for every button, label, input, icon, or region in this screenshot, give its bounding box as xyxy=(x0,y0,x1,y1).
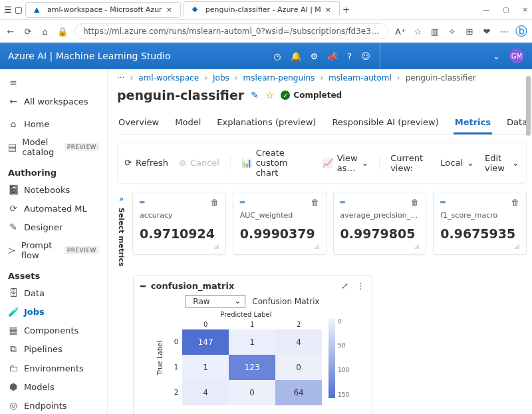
bell-icon[interactable]: 🔔 xyxy=(291,51,301,61)
column-header: 0 xyxy=(182,319,229,329)
colorbar-tick: 0 xyxy=(338,318,349,325)
drag-handle-icon[interactable]: ═ xyxy=(440,198,444,207)
drag-handle-icon[interactable]: ═ xyxy=(140,281,146,291)
close-tab-icon[interactable]: × xyxy=(166,5,172,14)
colorbar-tick: 100 xyxy=(338,367,349,373)
refresh-icon: ⟳ xyxy=(124,158,132,168)
sidebar-item-label: Notebooks xyxy=(24,185,70,195)
chevron-down-icon[interactable]: ⌄ xyxy=(493,51,500,61)
smiley-icon[interactable]: ☺ xyxy=(361,51,370,61)
resize-handle[interactable] xyxy=(414,244,419,249)
sidebar-endpoints[interactable]: ◎Endpoints xyxy=(3,396,104,414)
trash-icon[interactable]: 🗑 xyxy=(411,198,419,207)
current-view-dropdown[interactable]: Local ⌄ xyxy=(440,158,474,168)
home-icon[interactable]: ⌂ xyxy=(40,26,51,37)
sidebar-item-label: Prompt flow xyxy=(21,240,57,260)
matrix-cell: 4 xyxy=(182,380,229,405)
metric-card[interactable]: ═🗑AUC_weighted0.9990379 xyxy=(233,192,327,255)
breadcrumb-overflow[interactable]: ··· xyxy=(117,73,124,83)
breadcrumb-link[interactable]: mslearn-penguins xyxy=(243,73,315,83)
profile-icon[interactable]: ☰ xyxy=(4,5,12,15)
trash-icon[interactable]: 🗑 xyxy=(511,198,519,207)
sidebar-environments[interactable]: 🗀Environments xyxy=(3,359,104,377)
chart-mode-select[interactable]: Raw xyxy=(186,295,245,308)
select-metrics-panel-toggle[interactable]: » Select metrics xyxy=(117,192,126,267)
sidebar-group-authoring: Authoring xyxy=(3,161,104,180)
drag-handle-icon[interactable]: ═ xyxy=(140,198,144,207)
edit-view-dropdown[interactable]: Edit view ⌄ xyxy=(485,153,519,173)
back-icon[interactable]: ← xyxy=(5,26,16,37)
sidebar-automated-ml[interactable]: ⟳Automated ML xyxy=(3,199,104,218)
metric-value: 0.9675935 xyxy=(440,226,519,241)
avatar[interactable]: GM xyxy=(509,49,524,63)
breadcrumb-link[interactable]: mslearn-automl xyxy=(329,73,392,83)
row-header: 2 xyxy=(170,380,182,405)
tab-metrics[interactable]: Metrics xyxy=(454,112,492,134)
metric-card[interactable]: ═🗑f1_score_macro0.9675935 xyxy=(433,192,527,255)
sidebar-components[interactable]: ▦Components xyxy=(3,321,104,339)
tab-responsible-ai[interactable]: Responsible AI (preview) xyxy=(331,112,440,134)
trash-icon[interactable]: 🗑 xyxy=(311,198,319,207)
sidebar-home[interactable]: ⌂Home xyxy=(3,114,104,133)
view-as-button[interactable]: 📈View as… ⌄ xyxy=(323,153,369,173)
star-icon[interactable]: ☆ xyxy=(265,89,274,101)
tab-overview[interactable]: Overview xyxy=(117,112,160,134)
expand-icon[interactable]: ⤢ xyxy=(341,281,348,291)
drag-handle-icon[interactable]: ═ xyxy=(240,198,244,207)
metric-name: average_precision_sco… xyxy=(340,211,420,220)
create-chart-button[interactable]: 📊Create custom chart xyxy=(241,148,312,178)
metric-card[interactable]: ═🗑average_precision_sco…0.9979805 xyxy=(333,192,427,255)
resize-handle[interactable] xyxy=(514,244,519,249)
y-axis-label: True Label xyxy=(156,341,164,375)
resize-handle[interactable] xyxy=(213,244,219,249)
azure-brandbar: Azure AI | Machine Learning Studio ◷ 🔔 ⚙… xyxy=(0,43,532,69)
content-scrollbar[interactable] xyxy=(524,69,531,414)
metric-value: 0.9710924 xyxy=(140,226,219,241)
drag-handle-icon[interactable]: ═ xyxy=(340,198,344,207)
page-title-row: penguin-classifier ✎ ☆ ✓ Completed xyxy=(117,88,527,103)
status-badge: ✓ Completed xyxy=(281,91,342,100)
toolbar-divider xyxy=(230,156,231,170)
gear-icon[interactable]: ⚙ xyxy=(311,51,319,61)
resize-handle[interactable] xyxy=(314,244,319,249)
sidebar-prompt-flow[interactable]: ≻Prompt flowPREVIEW xyxy=(3,236,104,264)
hamburger-toggle[interactable]: ≡ xyxy=(3,73,104,92)
colorbar xyxy=(329,318,335,398)
refresh-button[interactable]: ⟳Refresh xyxy=(124,158,168,168)
cancel-button[interactable]: ⊘Cancel xyxy=(179,158,219,168)
edit-icon[interactable]: ✎ xyxy=(251,90,259,101)
trash-icon[interactable]: 🗑 xyxy=(211,198,219,207)
clock-icon[interactable]: ◷ xyxy=(273,51,281,61)
refresh-icon[interactable]: ⟳ xyxy=(23,26,33,37)
sidebar-model-catalog[interactable]: ▤Model catalogPREVIEW xyxy=(3,133,104,161)
breadcrumb-link[interactable]: Jobs xyxy=(213,73,229,83)
metric-card[interactable]: ═🗑accuracy0.9710924 xyxy=(132,192,226,255)
feedback-icon[interactable]: 📣 xyxy=(327,51,338,61)
line-chart-icon: 📈 xyxy=(323,158,333,168)
sidebar-models[interactable]: ⬢Models xyxy=(3,377,104,396)
sidebar-notebooks[interactable]: 📓Notebooks xyxy=(3,180,104,199)
sidebar-item-label: Designer xyxy=(24,222,63,232)
breadcrumb-current: penguin-classifier xyxy=(406,73,476,83)
chevron-down-icon: ⌄ xyxy=(467,158,474,168)
sidebar-data[interactable]: 🗄Data xyxy=(3,284,104,302)
column-header: 1 xyxy=(229,319,275,329)
status-text: Completed xyxy=(293,91,342,100)
tab-model[interactable]: Model xyxy=(174,112,202,134)
copilot-icon[interactable]: ▢ xyxy=(15,5,23,15)
tab-explanations[interactable]: Explanations (preview) xyxy=(215,112,317,134)
sidebar-item-label: Model catalog xyxy=(22,137,57,157)
chevron-down-icon: ⌄ xyxy=(362,158,369,168)
chevron-down-icon: ⌄ xyxy=(512,158,519,168)
chevron-double-right-icon: » xyxy=(119,194,124,204)
more-icon[interactable]: ⋮ xyxy=(356,281,365,291)
sidebar-all-workspaces[interactable]: ←All workspaces xyxy=(3,92,104,110)
breadcrumb-link[interactable]: aml-workspace xyxy=(138,73,199,83)
chart-icon: 📊 xyxy=(241,158,252,168)
confusion-matrix-table: 012 01471411123024064 xyxy=(170,319,322,405)
help-icon[interactable]: ? xyxy=(347,51,352,61)
sidebar-pipelines[interactable]: ⧉Pipelines xyxy=(3,339,104,359)
browser-tab-inactive[interactable]: ▲ aml-workspace - Microsoft Azur × xyxy=(25,2,181,18)
sidebar-designer[interactable]: ✎Designer xyxy=(3,218,104,236)
sidebar-jobs[interactable]: 🧪Jobs xyxy=(3,302,104,321)
